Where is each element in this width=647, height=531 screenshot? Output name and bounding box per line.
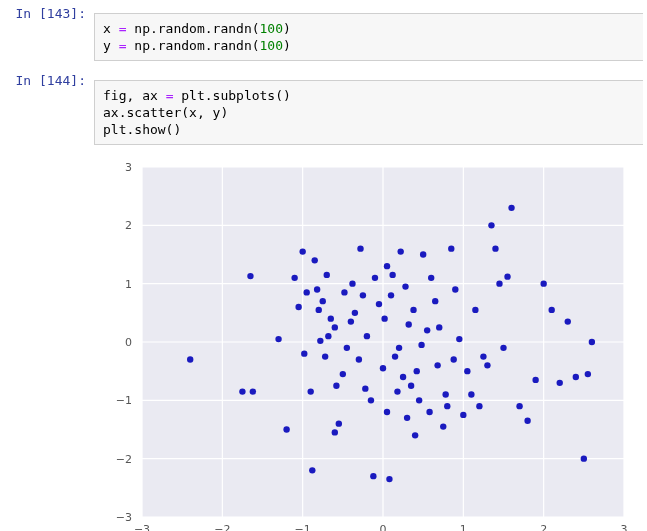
x-tick-label: −2 — [214, 523, 230, 531]
data-point — [414, 368, 420, 374]
y-tick-label: 1 — [125, 278, 132, 291]
data-point — [309, 467, 315, 473]
data-point — [336, 420, 342, 426]
data-point — [384, 409, 390, 415]
data-point — [565, 318, 571, 324]
data-point — [516, 403, 522, 409]
data-point — [372, 275, 378, 281]
data-point — [291, 275, 297, 281]
data-point — [589, 339, 595, 345]
data-point — [332, 324, 338, 330]
x-tick-label: 2 — [540, 523, 547, 531]
data-point — [187, 356, 193, 362]
data-point — [442, 391, 448, 397]
code-cell: In [144]: fig, ax = plt.subplots() ax.sc… — [0, 67, 647, 151]
data-point — [464, 368, 470, 374]
data-point — [557, 380, 563, 386]
data-point — [314, 286, 320, 292]
data-point — [299, 248, 305, 254]
data-point — [348, 318, 354, 324]
data-point — [360, 292, 366, 298]
code-cell: In [143]: x = np.random.randn(100) y = n… — [0, 0, 647, 67]
data-point — [408, 383, 414, 389]
data-point — [308, 388, 314, 394]
y-tick-label: −3 — [116, 511, 132, 524]
data-point — [434, 362, 440, 368]
data-point — [476, 403, 482, 409]
x-tick-label: 1 — [460, 523, 467, 531]
code-editor[interactable]: x = np.random.randn(100) y = np.random.r… — [94, 13, 643, 61]
data-point — [301, 350, 307, 356]
data-point — [394, 388, 400, 394]
data-point — [397, 248, 403, 254]
data-point — [492, 245, 498, 251]
data-point — [320, 298, 326, 304]
x-tick-label: −3 — [134, 523, 150, 531]
data-point — [303, 289, 309, 295]
data-point — [316, 307, 322, 313]
data-point — [357, 245, 363, 251]
data-point — [406, 321, 412, 327]
data-point — [524, 418, 530, 424]
scatter-plot: −3−2−10123−3−2−10123 — [94, 157, 634, 531]
data-point — [247, 273, 253, 279]
data-point — [328, 315, 334, 321]
data-point — [412, 432, 418, 438]
data-point — [362, 385, 368, 391]
code-editor[interactable]: fig, ax = plt.subplots() ax.scatter(x, y… — [94, 80, 643, 145]
data-point — [460, 412, 466, 418]
data-point — [341, 289, 347, 295]
x-tick-label: 0 — [380, 523, 387, 531]
data-point — [585, 371, 591, 377]
y-tick-label: 2 — [125, 219, 132, 232]
data-point — [500, 345, 506, 351]
data-point — [402, 283, 408, 289]
data-point — [364, 333, 370, 339]
y-tick-label: −2 — [116, 453, 132, 466]
data-point — [396, 345, 402, 351]
data-point — [312, 257, 318, 263]
data-point — [504, 273, 510, 279]
data-point — [376, 301, 382, 307]
y-tick-label: −1 — [116, 394, 132, 407]
data-point — [404, 415, 410, 421]
data-point — [410, 307, 416, 313]
data-point — [356, 356, 362, 362]
data-point — [426, 409, 432, 415]
cell-prompt: In [143]: — [0, 0, 94, 67]
data-point — [239, 388, 245, 394]
data-point — [450, 356, 456, 362]
data-point — [488, 222, 494, 228]
cell-output: −3−2−10123−3−2−10123 — [86, 151, 647, 531]
data-point — [549, 307, 555, 313]
data-point — [484, 362, 490, 368]
data-point — [352, 310, 358, 316]
data-point — [418, 342, 424, 348]
data-point — [380, 365, 386, 371]
data-point — [324, 272, 330, 278]
data-point — [322, 353, 328, 359]
data-point — [436, 324, 442, 330]
data-point — [540, 280, 546, 286]
data-point — [386, 476, 392, 482]
data-point — [340, 371, 346, 377]
data-point — [344, 345, 350, 351]
data-point — [581, 455, 587, 461]
cell-prompt: In [144]: — [0, 67, 94, 151]
data-point — [532, 377, 538, 383]
data-point — [275, 336, 281, 342]
data-point — [420, 251, 426, 257]
data-point — [432, 298, 438, 304]
data-point — [496, 280, 502, 286]
data-point — [508, 205, 514, 211]
data-point — [295, 304, 301, 310]
x-tick-label: 3 — [621, 523, 628, 531]
data-point — [283, 426, 289, 432]
data-point — [444, 403, 450, 409]
data-point — [250, 388, 256, 394]
data-point — [349, 280, 355, 286]
data-point — [468, 391, 474, 397]
data-point — [416, 397, 422, 403]
data-point — [325, 333, 331, 339]
data-point — [384, 263, 390, 269]
